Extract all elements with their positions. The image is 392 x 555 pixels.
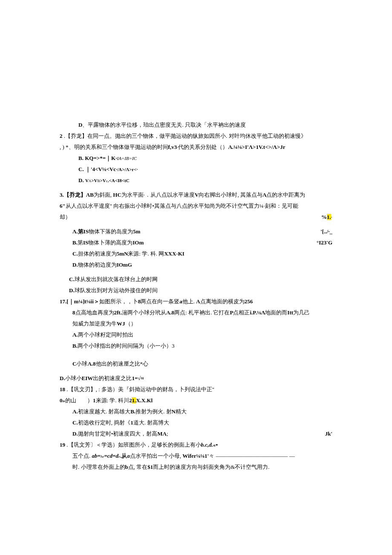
option-line: C小球A.8他出的初速厘之比*心 bbox=[60, 358, 332, 369]
text: C bbox=[72, 360, 76, 367]
text: C. ｜'4<V⅛<Vc bbox=[78, 166, 116, 172]
text: %1.· bbox=[321, 212, 332, 223]
text: 初速度越大. 射高雄大 bbox=[78, 408, 131, 415]
text: Λ.第 bbox=[72, 228, 84, 235]
text: 17.[｜m¼]t⅛ii＞ bbox=[60, 298, 99, 305]
option-line: C.初选收行定时, 捣射《1道大. 射高博大 bbox=[60, 417, 332, 428]
question-line: 18 .【巩文刃】, : 多选）美『斜拗运动中的财岛，卜列说法中正" bbox=[60, 384, 332, 395]
text: N bbox=[172, 408, 176, 415]
highlighted-text: 1. bbox=[132, 397, 136, 404]
option-line: B. KQ=>*=｜K·IA=IB=IC bbox=[60, 153, 332, 164]
text: 0» bbox=[60, 397, 65, 404]
text: 时. 小理常在外面上的 bbox=[72, 464, 125, 470]
text: 两个小球籽定同时拍出 bbox=[78, 331, 133, 338]
option-line: B.两个小球指出的时间间隔为（小一小）3 bbox=[60, 340, 332, 352]
text: b bbox=[125, 464, 128, 470]
text: 点, 常在 bbox=[128, 464, 148, 470]
text: i.P.⅛Λ bbox=[250, 309, 265, 316]
text: 两点: 札平衲出. 它打在 bbox=[174, 309, 230, 316]
text: 256 bbox=[245, 298, 253, 305]
text: IS bbox=[84, 228, 89, 235]
text: >V bbox=[100, 178, 106, 183]
text: C. bbox=[69, 276, 75, 282]
text: 点相正 bbox=[233, 309, 250, 316]
text: 五个点. bbox=[72, 453, 92, 459]
text: Jk' bbox=[325, 428, 332, 439]
text: 却） bbox=[60, 212, 71, 223]
text: IA=IB=IC bbox=[117, 156, 137, 161]
text: 知威力加逆度为牛 bbox=[72, 320, 117, 327]
text: 点的水中距离为 bbox=[266, 192, 305, 198]
text: 从人点以水平遑度" 向右振出小球时•其落点与八点的水平知尚为吃不计空气置力¼·刻… bbox=[66, 203, 298, 209]
text-line: 8点高地血再度为2ft.湍两个小球分玳从A.8两点: 札平衲出. 它打在P点相正… bbox=[60, 307, 332, 318]
text: 2ft. bbox=[114, 309, 122, 316]
text: 精大 bbox=[176, 408, 187, 415]
text: 两个小球指出的时间间隔为（小一小）3 bbox=[78, 343, 175, 349]
text: 而上时的速度方向与斜面夹角为&不计空气用力. bbox=[153, 464, 269, 470]
text: ab= bbox=[92, 453, 101, 459]
text: HC bbox=[113, 192, 121, 198]
text: （） bbox=[125, 320, 136, 327]
text: A. bbox=[72, 408, 78, 415]
text: 两点在向一条竖 bbox=[141, 298, 179, 305]
text: ·代的关系分别处（） bbox=[177, 144, 228, 150]
text: 第 bbox=[78, 239, 83, 246]
text: 地面的而 bbox=[265, 309, 287, 316]
text: D.抛射向甘定时•初速度四大，射高MA; bbox=[60, 428, 168, 439]
text: 道大. 射高博大 bbox=[133, 419, 170, 426]
text: 点离地面的横皮为 bbox=[200, 298, 245, 305]
text: 点水平拍出一个小母, bbox=[130, 453, 183, 459]
text: 球从发出到就次落在球台上的时网 bbox=[75, 276, 158, 282]
row: 却） %1.· bbox=[60, 212, 332, 223]
text: 1=√≈ bbox=[132, 375, 144, 381]
text: 物体卜薄的高度为 bbox=[88, 239, 133, 246]
text: % bbox=[321, 214, 327, 220]
text: 向右脚出小球时, 其落点与 bbox=[199, 192, 262, 198]
text: Wifer⅛⅛1' bbox=[182, 453, 209, 459]
text: .<A<I8<tC bbox=[108, 178, 130, 183]
text: IS bbox=[83, 239, 88, 246]
text: D. bbox=[72, 430, 78, 437]
option-line: A.初速度越大. 射高雄大B.推射为例火. 射N精大 bbox=[60, 406, 332, 417]
text: 々 –––––––––––––––––––––––––– –– bbox=[209, 453, 295, 459]
text-line: , ) *、明的关系和三个物体做平抛运动的时间f,v3·代的关系分别处（）A.¼… bbox=[60, 142, 332, 153]
text: C. bbox=[72, 250, 78, 257]
document-page: D、平露物体的水平位移，珀出点密度无关. 只取决「水平衲出的速度 2 .【乔龙】… bbox=[0, 0, 392, 555]
text: 为斜面, bbox=[94, 192, 113, 198]
text: 推射为例火. 射 bbox=[135, 408, 172, 415]
question-number: 18 bbox=[60, 386, 65, 392]
text: Itt bbox=[287, 309, 293, 316]
text: .【巩文芳〕＜学选）如班图所小，足够长的例面上有小 bbox=[65, 442, 201, 448]
text: D. bbox=[72, 262, 78, 268]
text: A.8 bbox=[166, 309, 174, 316]
text: , ) *、明的关系和三个物体做平抛运动的时间 bbox=[60, 144, 168, 150]
text: .【乔龙】在同一点。抛出的三个物体，做平抛运动的纵旅如因所小. 对叶均休改平他工… bbox=[63, 133, 306, 139]
text: b.c,d.«• bbox=[201, 442, 218, 448]
option-line: C. ｜'4<V⅛<Vc·/A>/Λ>r<· bbox=[60, 164, 332, 175]
text: MA bbox=[157, 430, 167, 437]
text-line: 时. 小理常在外面上的b点, 常在$1而上时的速度方向与斜面夹角为&不计空气用力… bbox=[60, 462, 332, 473]
text: 6" bbox=[60, 203, 66, 209]
text: 担体的初速度为 bbox=[78, 250, 117, 257]
text: B. bbox=[72, 343, 78, 349]
text: B. bbox=[72, 239, 78, 246]
option-line: C.球从发出到就次落在球台上的时网 bbox=[60, 274, 332, 285]
text: 小球 bbox=[76, 360, 87, 367]
text: 出的初速度之比 bbox=[93, 375, 132, 381]
text: WJ bbox=[117, 320, 125, 327]
text: 球队发出到对方运动外接住的时间 bbox=[75, 287, 158, 293]
option-row: Λ.第IS物体下落的岛度为5m '[../·_ bbox=[60, 226, 332, 237]
option-line: D. VA>VB>Vc.<A<I8<tC bbox=[60, 175, 332, 186]
text: B.第IS物体卜薄的高度为IOm bbox=[72, 237, 144, 248]
text: 抛射向甘定时•初速度四大，射高 bbox=[78, 430, 158, 437]
text: V bbox=[85, 178, 89, 183]
text: °I23'G bbox=[317, 237, 332, 248]
option-row: B.第IS物体卜薄的高度为IOm °I23'G bbox=[60, 237, 332, 248]
text: 点高地血再度为 bbox=[75, 309, 114, 316]
text-line: 知威力加逆度为牛WJ（） bbox=[60, 318, 332, 329]
text: C. bbox=[72, 419, 78, 426]
option-row: D.抛射向甘定时•初速度四大，射高MA; Jk' bbox=[60, 428, 332, 439]
question-line: 17.[｜m¼]t⅛ii＞如图所示，，卜8两点在向一条竖a他上. A点离地面的横… bbox=[60, 296, 332, 307]
text: .从 bbox=[120, 453, 127, 459]
option-line: D.小球小EIW出的初速度之比1=√≈ bbox=[60, 373, 332, 384]
